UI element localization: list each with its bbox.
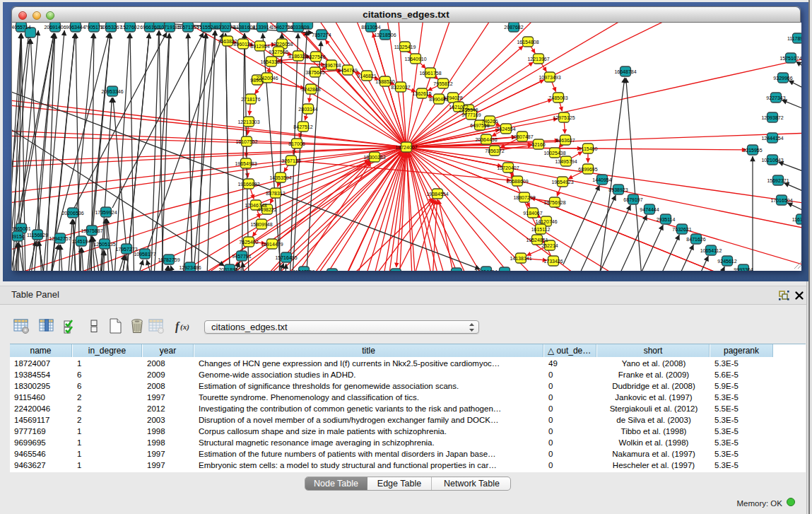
svg-text:19384554: 19384554 xyxy=(426,192,448,197)
svg-text:17359924: 17359924 xyxy=(95,210,117,215)
svg-text:8454749: 8454749 xyxy=(338,68,357,73)
svg-text:4055714: 4055714 xyxy=(12,25,31,30)
svg-text:19524851: 19524851 xyxy=(526,238,548,243)
svg-text:6899695: 6899695 xyxy=(578,167,597,172)
svg-text:6879197: 6879197 xyxy=(623,197,642,202)
svg-text:19975887: 19975887 xyxy=(81,228,102,233)
svg-text:f: f xyxy=(175,320,180,333)
svg-text:8133914: 8133914 xyxy=(252,25,271,30)
svg-text:11847559: 11847559 xyxy=(293,269,315,271)
svg-text:16033809: 16033809 xyxy=(287,25,309,30)
svg-text:9115460: 9115460 xyxy=(579,146,598,151)
svg-text:20318950: 20318950 xyxy=(218,267,240,271)
svg-text:2935114: 2935114 xyxy=(657,217,676,222)
svg-text:1362615: 1362615 xyxy=(412,91,431,96)
svg-text:19654983: 19654983 xyxy=(235,161,257,166)
svg-text:62160: 62160 xyxy=(531,142,546,147)
svg-text:3875645: 3875645 xyxy=(305,70,324,75)
svg-text:7856372: 7856372 xyxy=(485,148,504,153)
svg-text:14120746: 14120746 xyxy=(535,219,557,224)
svg-text:20691406: 20691406 xyxy=(44,25,66,30)
svg-text:16543382: 16543382 xyxy=(260,59,282,64)
svg-text:12213967: 12213967 xyxy=(527,57,549,62)
svg-text:15751074: 15751074 xyxy=(779,56,801,61)
svg-text:20953346: 20953346 xyxy=(101,89,123,94)
svg-text:8186323: 8186323 xyxy=(288,54,307,59)
svg-text:16154808: 16154808 xyxy=(517,40,539,45)
svg-text:39154: 39154 xyxy=(12,234,25,239)
svg-text:18724007: 18724007 xyxy=(395,145,417,150)
svg-text:9224512: 9224512 xyxy=(447,271,466,271)
svg-text:10404454: 10404454 xyxy=(475,269,497,271)
svg-text:11325419: 11325419 xyxy=(394,45,416,49)
svg-text:9245612: 9245612 xyxy=(717,259,736,264)
svg-text:7955812: 7955812 xyxy=(433,81,452,86)
svg-text:7515524: 7515524 xyxy=(196,25,216,30)
svg-text:16914479: 16914479 xyxy=(261,242,283,247)
svg-text:2803144: 2803144 xyxy=(298,107,317,112)
svg-text:9146821: 9146821 xyxy=(357,74,376,78)
svg-text:12213303: 12213303 xyxy=(237,119,259,124)
svg-text:8463627: 8463627 xyxy=(555,138,575,143)
svg-text:10807487: 10807487 xyxy=(511,134,533,139)
svg-text:12444154: 12444154 xyxy=(761,136,783,141)
svg-text:13640910: 13640910 xyxy=(404,57,426,62)
svg-text:746266: 746266 xyxy=(481,119,498,124)
svg-text:1145194: 1145194 xyxy=(72,239,91,244)
svg-text:9474444: 9474444 xyxy=(640,207,659,212)
svg-text:13226058: 13226058 xyxy=(271,42,293,47)
svg-text:6497568: 6497568 xyxy=(470,123,489,128)
svg-text:12942757: 12942757 xyxy=(49,236,71,241)
svg-text:10654112: 10654112 xyxy=(700,248,722,253)
svg-text:4498222: 4498222 xyxy=(257,207,276,212)
svg-text:7485003: 7485003 xyxy=(548,95,567,100)
svg-text:16782759: 16782759 xyxy=(158,257,180,262)
svg-text:2896768: 2896768 xyxy=(322,63,341,68)
svg-text:3624554: 3624554 xyxy=(496,127,515,132)
svg-text:7857274: 7857274 xyxy=(312,33,331,37)
svg-text:7632621: 7632621 xyxy=(672,227,691,232)
svg-text:252214: 252214 xyxy=(541,243,558,248)
svg-text:9327508: 9327508 xyxy=(269,49,288,54)
svg-text:10958177: 10958177 xyxy=(134,252,155,257)
svg-text:1615112: 1615112 xyxy=(531,227,551,232)
svg-text:(x): (x) xyxy=(180,322,189,332)
svg-text:8322037: 8322037 xyxy=(391,85,410,90)
svg-text:10210643: 10210643 xyxy=(761,158,783,163)
svg-text:7625402: 7625402 xyxy=(239,240,258,245)
svg-text:3215955: 3215955 xyxy=(743,148,762,153)
svg-text:15716485: 15716485 xyxy=(275,255,297,260)
svg-text:11156829: 11156829 xyxy=(27,233,48,238)
svg-text:14353594: 14353594 xyxy=(269,175,291,180)
svg-text:1167534: 1167534 xyxy=(792,217,801,222)
svg-text:8813054: 8813054 xyxy=(361,25,380,30)
svg-text:9063444: 9063444 xyxy=(66,25,85,30)
svg-text:9184067: 9184067 xyxy=(523,211,542,216)
svg-text:16571355: 16571355 xyxy=(177,25,199,30)
svg-text:19166822: 19166822 xyxy=(237,182,259,187)
svg-text:12975125: 12975125 xyxy=(553,115,575,120)
svg-text:8878312: 8878312 xyxy=(266,191,285,196)
svg-text:10025438: 10025438 xyxy=(543,151,565,156)
svg-text:19654923: 19654923 xyxy=(551,180,573,185)
svg-text:17957273: 17957273 xyxy=(115,247,137,252)
svg-text:12505135: 12505135 xyxy=(93,242,115,247)
svg-text:3965001: 3965001 xyxy=(12,226,31,231)
svg-text:3267130: 3267130 xyxy=(281,158,300,163)
svg-text:9327546: 9327546 xyxy=(306,54,325,59)
svg-text:1588520: 1588520 xyxy=(375,79,394,84)
svg-text:9227343: 9227343 xyxy=(766,95,785,100)
svg-text:16961758: 16961758 xyxy=(419,71,441,76)
svg-text:19756928: 19756928 xyxy=(543,200,565,205)
svg-text:8938923: 8938923 xyxy=(608,187,628,192)
svg-text:1440954: 1440954 xyxy=(592,177,611,182)
svg-text:15692371: 15692371 xyxy=(767,178,789,183)
svg-text:9993364: 9993364 xyxy=(734,267,753,271)
svg-text:10973493: 10973493 xyxy=(539,75,560,80)
svg-text:8095218: 8095218 xyxy=(495,270,514,271)
svg-text:12093872: 12093872 xyxy=(761,115,783,120)
svg-text:817006: 817006 xyxy=(288,141,305,146)
svg-text:8912954: 8912954 xyxy=(250,44,269,49)
svg-text:6966160: 6966160 xyxy=(140,25,159,30)
svg-text:9329966: 9329966 xyxy=(773,76,792,81)
